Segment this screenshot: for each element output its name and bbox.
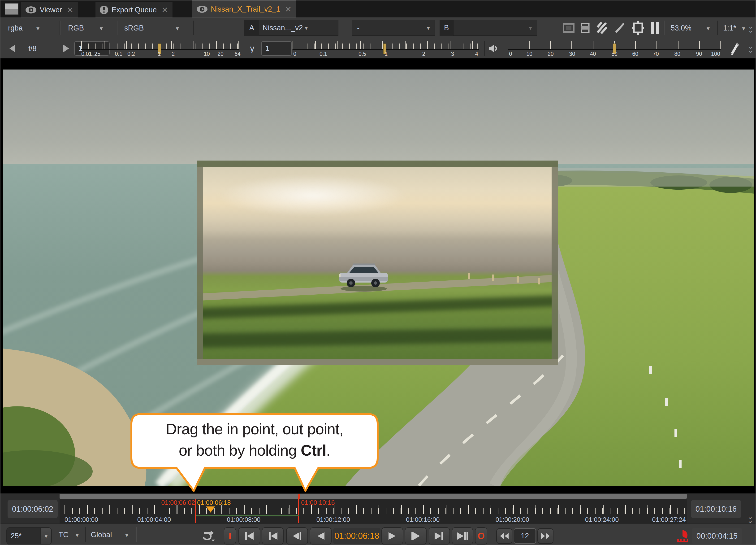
timeline-section: 01:00:06:02 01:00:06:02 01:00:06:18 01:0…: [0, 493, 756, 523]
frame-increment-input[interactable]: 12: [514, 528, 536, 544]
timeline-scrollbar[interactable]: [60, 494, 687, 499]
input-b-clip-dropdown[interactable]: ▾: [453, 20, 537, 36]
in-point-button[interactable]: I: [224, 527, 236, 545]
chevron-down-icon[interactable]: ▾: [76, 532, 79, 538]
loop-playback-icon[interactable]: [200, 529, 215, 542]
volume-slider-labels-item: 40: [590, 51, 596, 57]
tab-bar: Viewer ✕ Export Queue ✕ Nissan_X_Trail_v…: [0, 0, 756, 17]
gamma-slider-labels-item: 3: [451, 51, 454, 57]
fps-dropdown[interactable]: 25* ▾: [6, 527, 52, 545]
callout-text: Drag the in point, out point, or both by…: [129, 419, 380, 461]
chevron-down-icon[interactable]: ▾: [125, 532, 128, 538]
display-mode-dropdown[interactable]: RGB: [68, 24, 84, 32]
out-point-button[interactable]: O: [475, 527, 487, 545]
gamma-slider[interactable]: 00.10.51234: [293, 38, 479, 59]
fast-forward-increment-button[interactable]: [537, 528, 553, 544]
tab-nissan-x-trail[interactable]: Nissan_X_Trail_v2_1 ✕: [192, 0, 296, 17]
input-a-button[interactable]: A: [244, 20, 259, 36]
cache-indicator-icon: [676, 530, 690, 543]
play-backward-button[interactable]: [310, 527, 332, 545]
pause-icon[interactable]: [650, 22, 661, 34]
pane-layout-icon[interactable]: [5, 3, 18, 15]
wipe-mode-dropdown[interactable]: - ▾: [352, 20, 435, 36]
scrollbar-playhead-marker[interactable]: [298, 494, 300, 499]
tc-mode-dropdown[interactable]: TC: [59, 531, 68, 539]
wipe-icon[interactable]: [596, 22, 607, 34]
close-icon[interactable]: ✕: [160, 5, 168, 15]
chevron-down-icon[interactable]: ▾: [36, 25, 39, 31]
fps-value: 25*: [11, 532, 22, 540]
volume-slider[interactable]: 0102030405060708090100: [508, 38, 721, 59]
close-icon[interactable]: ✕: [65, 5, 73, 15]
gamma-slider-labels-item: 0.5: [359, 51, 366, 57]
input-b-label: B: [444, 24, 449, 32]
cloud: [217, 174, 409, 217]
gamma-input[interactable]: 1: [261, 41, 292, 56]
rewind-increment-button[interactable]: [496, 528, 512, 544]
colorspace-dropdown[interactable]: sRGB: [124, 24, 144, 32]
eye-icon: [26, 6, 36, 13]
collapse-timeline-icon[interactable]: ⌄⌄: [747, 515, 753, 523]
current-frame-field[interactable]: 01:00:06:02: [8, 500, 58, 518]
chevron-down-icon: ▾: [305, 25, 308, 31]
duration-value: 00:00:04:15: [696, 532, 738, 541]
callout-line2: or both by holding: [179, 442, 301, 459]
gain-slider-labels-item: 20: [217, 51, 224, 57]
go-to-start-button[interactable]: [238, 527, 260, 545]
roi-icon[interactable]: [632, 21, 644, 35]
hedge-row: [197, 327, 558, 348]
chevron-down-icon[interactable]: ▾: [100, 25, 103, 31]
step-back-button[interactable]: [286, 527, 308, 545]
volume-slider-labels-item: 50: [611, 51, 618, 57]
go-to-end-button[interactable]: [452, 527, 473, 545]
end-frame-field[interactable]: 01:00:10:16: [691, 500, 741, 518]
aperture-next-icon[interactable]: [63, 45, 69, 52]
timeline-ruler[interactable]: 01:00:06:02 01:00:06:18 01:00:10:16 01:0…: [60, 493, 687, 523]
gain-slider[interactable]: 0.01250.10.212102064: [81, 38, 239, 59]
collapse-toolbar-icon[interactable]: ⌄⌄: [748, 24, 754, 32]
previous-keyframe-button[interactable]: [262, 527, 284, 545]
volume-slider-labels-item: 70: [653, 51, 659, 57]
chevron-down-icon: ▾: [427, 25, 430, 31]
play-forward-button[interactable]: [381, 527, 403, 545]
close-icon[interactable]: ✕: [284, 4, 292, 14]
step-forward-button[interactable]: [405, 527, 427, 545]
volume-slider-labels-item: 30: [569, 51, 575, 57]
chevron-down-icon[interactable]: ▾: [707, 25, 710, 31]
tab-viewer[interactable]: Viewer ✕: [21, 2, 78, 17]
gain-slider-labels-item: 0.2: [127, 51, 135, 57]
playhead-marker[interactable]: [206, 506, 215, 513]
eyedropper-icon[interactable]: [730, 42, 740, 55]
gamma-slider-labels-item: 1: [385, 51, 388, 57]
proxy-scale-dropdown[interactable]: 1:1*: [723, 24, 736, 32]
ruler-major-ticks: [65, 505, 686, 514]
ruler-labels-item: 01:00:16:00: [406, 516, 440, 523]
input-b-button[interactable]: B: [440, 20, 453, 36]
collapse-toolbar-icon[interactable]: ⌄⌄: [748, 44, 754, 52]
chevron-down-icon[interactable]: ▾: [176, 25, 179, 31]
format-icon[interactable]: [580, 22, 590, 33]
tab-export-queue[interactable]: Export Queue ✕: [95, 2, 173, 17]
nuke-studio-viewer-pane: Viewer ✕ Export Queue ✕ Nissan_X_Trail_v…: [0, 0, 756, 545]
channels-dropdown[interactable]: rgba: [8, 24, 23, 32]
aperture-label: f/8: [28, 44, 36, 53]
gain-slider-labels-item: 0.1: [115, 51, 122, 57]
wipe-mode-value: -: [357, 24, 359, 32]
viewer-canvas[interactable]: Drag the in point, out point, or both by…: [0, 58, 756, 493]
volume-slider-labels-item: 0: [509, 51, 512, 57]
duration-field[interactable]: 00:00:04:15: [692, 528, 742, 544]
monitor-out-icon[interactable]: [562, 22, 575, 33]
gamma-slider-labels-item: 4: [475, 51, 478, 57]
chevron-down-icon: ▾: [529, 25, 532, 31]
input-a-clip-dropdown[interactable]: Nissan..._v2 ▾: [259, 20, 338, 36]
exposure-toolbar: f/8 1 0.01250.10.212102064 γ 1 00.10.512…: [0, 38, 756, 58]
next-keyframe-button[interactable]: [429, 527, 450, 545]
zoom-level-dropdown[interactable]: 53.0%: [671, 24, 691, 32]
gamma-slider-labels: 00.10.51234: [293, 51, 479, 57]
end-frame-value: 01:00:10:16: [696, 505, 737, 514]
range-mode-dropdown[interactable]: Global: [91, 531, 112, 539]
aperture-prev-icon[interactable]: [9, 45, 15, 52]
speaker-icon[interactable]: [488, 43, 499, 54]
slash-icon[interactable]: [614, 22, 626, 34]
chevron-down-icon[interactable]: ▾: [742, 25, 745, 31]
